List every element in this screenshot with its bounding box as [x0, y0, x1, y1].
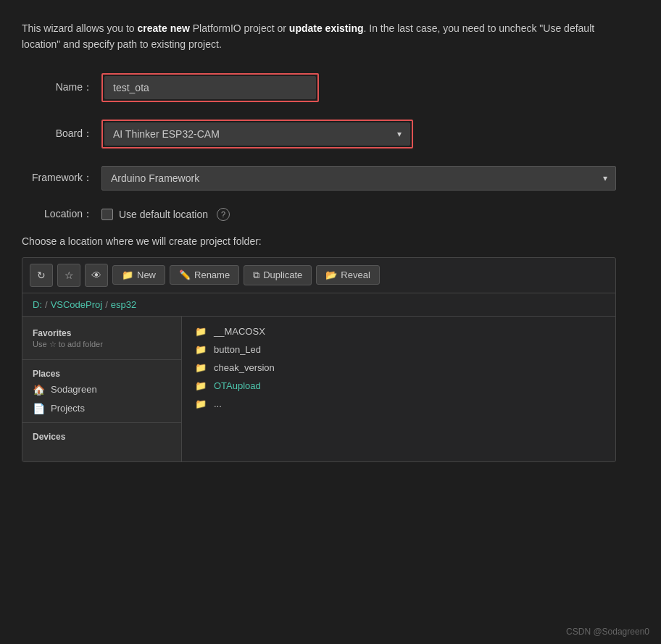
location-checkbox-wrap: Use default location ? [101, 208, 230, 221]
folder-icon: 📁 [195, 398, 207, 409]
reveal-label: Reveal [341, 269, 370, 280]
name-input-wrap [101, 73, 616, 102]
board-highlight-box: AI Thinker ESP32-CAM ▾ [101, 120, 413, 149]
file-list-pane: Favorites Use ☆ to add folder Places 🏠 S… [22, 317, 615, 461]
rename-button[interactable]: ✏️ Rename [170, 265, 239, 285]
sidebar-pane: Favorites Use ☆ to add folder Places 🏠 S… [22, 317, 182, 461]
default-location-checkbox[interactable] [101, 209, 113, 220]
file-name: cheak_version [214, 362, 275, 373]
file-item-more[interactable]: 📁 ... [192, 395, 605, 413]
favorites-hint: Use ☆ to add folder [22, 340, 181, 355]
file-item-macosx[interactable]: 📁 __MACOSX [192, 322, 605, 340]
board-label: Board [22, 127, 101, 141]
folder-icon: 📁 [195, 362, 207, 373]
framework-select-wrap: Arduino Framework ▾ [101, 166, 616, 191]
reveal-icon: 📂 [325, 269, 337, 280]
file-name-more: ... [214, 398, 222, 409]
help-icon[interactable]: ? [217, 208, 230, 221]
rename-icon: ✏️ [179, 269, 191, 280]
rename-label: Rename [194, 269, 230, 280]
breadcrumb-drive[interactable]: D: [33, 299, 42, 310]
file-name: __MACOSX [214, 326, 265, 337]
sidebar-divider-2 [22, 422, 181, 423]
places-title: Places [22, 364, 181, 380]
file-item-button-led[interactable]: 📁 button_Led [192, 340, 605, 359]
folder-icon: 📁 [195, 326, 207, 337]
duplicate-button[interactable]: ⧉ Duplicate [244, 265, 312, 285]
projects-icon: 📄 [33, 403, 45, 414]
name-highlight-box [101, 73, 319, 102]
default-location-label: Use default location [119, 209, 208, 220]
file-browser: ↻ ☆ 👁 📁 New ✏️ Rename ⧉ Duplicate 📂 Reve… [22, 257, 616, 462]
file-name-ota: OTAupload [214, 380, 261, 391]
toolbar-row: ↻ ☆ 👁 📁 New ✏️ Rename ⧉ Duplicate 📂 Reve… [22, 258, 615, 293]
sidebar-item-projects[interactable]: 📄 Projects [22, 399, 181, 418]
files-pane: 📁 __MACOSX 📁 button_Led 📁 cheak_version … [182, 317, 615, 461]
preview-button[interactable]: 👁 [85, 264, 108, 287]
file-item-otaupload[interactable]: 📁 OTAupload [192, 377, 605, 395]
breadcrumb-sep1: / [45, 299, 48, 310]
bold-create-new: create new [138, 22, 190, 34]
name-label: Name [22, 81, 101, 94]
watermark: CSDN @Sodagreen0 [566, 627, 649, 637]
sidebar-divider-1 [22, 359, 181, 360]
board-input-wrap: AI Thinker ESP32-CAM ▾ [101, 120, 616, 149]
new-button[interactable]: 📁 New [112, 265, 165, 285]
favorite-button[interactable]: ☆ [57, 264, 80, 287]
file-name: button_Led [214, 344, 261, 355]
name-input[interactable] [104, 76, 316, 99]
projects-label: Projects [51, 403, 85, 414]
framework-field-row: Framework Arduino Framework ▾ [22, 166, 616, 191]
duplicate-label: Duplicate [263, 269, 302, 280]
board-select-wrap: AI Thinker ESP32-CAM ▾ [104, 122, 410, 146]
framework-input-wrap: Arduino Framework ▾ [101, 166, 616, 191]
bold-update-existing: update existing [289, 22, 364, 34]
folder-icon: 📁 [195, 380, 207, 391]
breadcrumb-folder2[interactable]: esp32 [111, 299, 136, 310]
reveal-button[interactable]: 📂 Reveal [316, 265, 379, 285]
home-icon: 🏠 [33, 384, 45, 396]
folder-icon: 📁 [195, 344, 207, 355]
framework-select[interactable]: Arduino Framework [101, 166, 616, 191]
sodagreen-label: Sodagreen [51, 384, 97, 395]
breadcrumb-sep2: / [105, 299, 108, 310]
choose-location-text: Choose a location where we will create p… [22, 235, 616, 247]
new-icon: 📁 [122, 269, 133, 280]
name-field-row: Name [22, 73, 616, 102]
board-select[interactable]: AI Thinker ESP32-CAM [104, 122, 410, 146]
location-field-row: Location Use default location ? [22, 208, 616, 221]
sidebar-item-sodagreen[interactable]: 🏠 Sodagreen [22, 380, 181, 399]
framework-label: Framework [22, 172, 101, 185]
wizard-description: This wizard allows you to create new Pla… [22, 20, 616, 53]
board-field-row: Board AI Thinker ESP32-CAM ▾ [22, 120, 616, 149]
refresh-button[interactable]: ↻ [30, 264, 53, 287]
breadcrumb: D: / VSCodeProj / esp32 [22, 293, 615, 317]
duplicate-icon: ⧉ [253, 269, 259, 281]
location-label: Location [22, 208, 101, 221]
file-item-cheak-version[interactable]: 📁 cheak_version [192, 359, 605, 377]
devices-title: Devices [22, 427, 181, 443]
favorites-title: Favorites [22, 324, 181, 340]
new-label: New [137, 269, 156, 280]
breadcrumb-folder1[interactable]: VSCodeProj [51, 299, 103, 310]
